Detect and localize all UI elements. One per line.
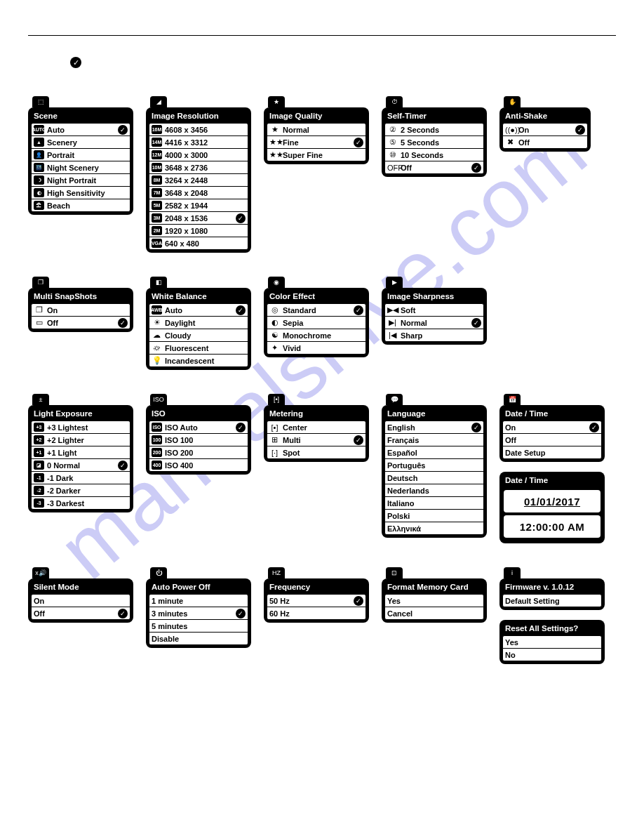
item-icon: ▭	[34, 318, 44, 327]
menu-item[interactable]: 👤Portrait	[31, 148, 130, 161]
item-label: On	[47, 306, 128, 315]
menu-item[interactable]: 💡Incandescent	[149, 354, 248, 367]
menu-item[interactable]: Ελληνικά	[384, 522, 484, 535]
menu-item[interactable]: 100ISO 100	[149, 433, 248, 446]
menu-title: Image Resolution	[149, 110, 248, 123]
menu-item[interactable]: VGA640 x 480	[149, 237, 248, 250]
menu-item[interactable]: AUTOAuto✓	[31, 123, 130, 136]
menu-item[interactable]: Yes	[502, 635, 602, 649]
check-icon: ✓	[354, 435, 363, 445]
menu-item[interactable]: 3 minutes✓	[149, 607, 248, 620]
menu-item[interactable]: ⛱Beach	[31, 199, 130, 212]
menu-item[interactable]: Nederlands	[384, 484, 484, 497]
date-value[interactable]: 01/01/2017	[504, 490, 601, 512]
menu-item[interactable]: ☀Daylight	[149, 316, 248, 329]
menu-item[interactable]: Français	[384, 433, 484, 446]
menu-item[interactable]: ★★Fine✓	[267, 135, 366, 149]
menu-item[interactable]: 12M4000 x 3000	[149, 148, 248, 161]
menu-item[interactable]: No	[502, 648, 602, 661]
tab-icon: ⏱	[386, 96, 403, 107]
menu-item[interactable]: 10M3648 x 2736	[149, 161, 248, 174]
menu-item[interactable]: On	[31, 594, 130, 607]
menu-item[interactable]: Off	[502, 433, 602, 446]
menu-item[interactable]: +2+2 Lighter	[31, 433, 130, 446]
menu-item[interactable]: ②2 Seconds	[384, 123, 484, 136]
menu-item[interactable]: ▶◀Soft	[384, 303, 484, 317]
time-value[interactable]: 12:00:00 AM	[504, 515, 601, 538]
menu-item[interactable]: ◪0 Normal✓	[31, 458, 130, 472]
menu-sharpness: ▶ Image Sharpness ▶◀Soft▶|Normal✓|◀Sharp	[382, 277, 487, 345]
menu-item[interactable]: Cancel	[384, 607, 484, 620]
menu-item[interactable]: ★Normal	[267, 123, 366, 136]
menu-item[interactable]: 50 Hz✓	[267, 594, 366, 607]
menu-item[interactable]: ⛮Fluorescent	[149, 341, 248, 355]
menu-title: ISO	[149, 408, 248, 421]
menu-item[interactable]: 1 minute	[149, 594, 248, 607]
menu-item[interactable]: ✦Vivid	[267, 341, 366, 355]
menu-item[interactable]: 5 minutes	[149, 619, 248, 633]
menu-item[interactable]: 2M1920 x 1080	[149, 224, 248, 237]
menu-item[interactable]: 8M3264 x 2448	[149, 173, 248, 187]
item-icon: ⛮	[152, 344, 162, 352]
menu-item[interactable]: Português	[384, 458, 484, 472]
menu-item[interactable]: ✖Off	[502, 135, 588, 149]
menu-item[interactable]: 3M2048 x 1536✓	[149, 211, 248, 225]
menu-item[interactable]: Deutsch	[384, 471, 484, 484]
item-icon: 🌃	[34, 163, 44, 172]
menu-item[interactable]: |◀Sharp	[384, 329, 484, 342]
menu-item[interactable]: ◐Sepia	[267, 316, 366, 329]
menu-item[interactable]: ⑩10 Seconds	[384, 148, 484, 161]
menu-item[interactable]: ❐On	[31, 303, 130, 317]
menu-item[interactable]: OFFOff✓	[384, 161, 484, 174]
menu-item[interactable]: 16M4608 x 3456	[149, 123, 248, 136]
menu-item[interactable]: 🌃Night Scenery	[31, 161, 130, 174]
menu-item[interactable]: Español	[384, 446, 484, 459]
item-label: No	[505, 651, 599, 659]
menu-item[interactable]: 14M4416 x 3312	[149, 135, 248, 149]
tab-icon: ±	[32, 394, 49, 405]
menu-item[interactable]: [•]Center	[267, 421, 366, 434]
item-label: 2048 x 1536	[165, 214, 236, 223]
menu-item[interactable]: ◎Standard✓	[267, 303, 366, 317]
menu-item[interactable]: ◐High Sensitivity	[31, 186, 130, 199]
menu-item[interactable]: On✓	[502, 421, 602, 434]
tab-icon: ✋	[504, 96, 521, 107]
check-icon: ✓	[354, 138, 363, 147]
menu-item[interactable]: ⊞Multi✓	[267, 433, 366, 446]
menu-item[interactable]: Polski	[384, 509, 484, 522]
menu-item[interactable]: ☽Night Portrait	[31, 173, 130, 187]
menu-item[interactable]: ▶|Normal✓	[384, 316, 484, 329]
menu-item[interactable]: English✓	[384, 421, 484, 434]
menu-item[interactable]: [·]Spot	[267, 446, 366, 459]
tab-icon: ⬚	[32, 96, 49, 107]
menu-item[interactable]: ▲Scenery	[31, 135, 130, 149]
menu-item[interactable]: 60 Hz	[267, 607, 366, 620]
menu-item[interactable]: Off✓	[31, 607, 130, 620]
menu-item[interactable]: 5M2582 x 1944	[149, 199, 248, 212]
menu-item[interactable]: ☁Cloudy	[149, 329, 248, 342]
menu-item[interactable]: -1-1 Dark	[31, 471, 130, 484]
menu-item[interactable]: 7M3648 x 2048	[149, 186, 248, 199]
menu-item[interactable]: AWBAuto✓	[149, 303, 248, 317]
menu-item[interactable]: +1+1 Light	[31, 446, 130, 459]
menu-item[interactable]: -2-2 Darker	[31, 484, 130, 497]
item-icon: ▲	[34, 138, 44, 147]
menu-item[interactable]: 400ISO 400	[149, 458, 248, 472]
menu-item[interactable]: +3+3 Lightest	[31, 421, 130, 434]
item-icon: 5M	[152, 201, 162, 210]
menu-item[interactable]: ▭Off✓	[31, 316, 130, 329]
menu-item[interactable]: ((●))On✓	[502, 123, 588, 136]
menu-item[interactable]: Default Setting	[502, 594, 602, 607]
menu-item[interactable]: Yes	[384, 594, 484, 607]
menu-item[interactable]: Disable	[149, 632, 248, 645]
check-icon: ✓	[236, 305, 246, 315]
menu-item[interactable]: Date Setup	[502, 446, 602, 459]
menu-item[interactable]: ⑤5 Seconds	[384, 135, 484, 149]
menu-item[interactable]: ☯Monochrome	[267, 329, 366, 342]
menu-item[interactable]: ISOISO Auto✓	[149, 421, 248, 434]
menu-item[interactable]: -3-3 Darkest	[31, 496, 130, 510]
menu-item[interactable]: 200ISO 200	[149, 446, 248, 459]
menu-item[interactable]: Italiano	[384, 496, 484, 510]
menu-item[interactable]: ★★Super Fine	[267, 148, 366, 161]
tab-icon: [•]	[268, 394, 285, 405]
